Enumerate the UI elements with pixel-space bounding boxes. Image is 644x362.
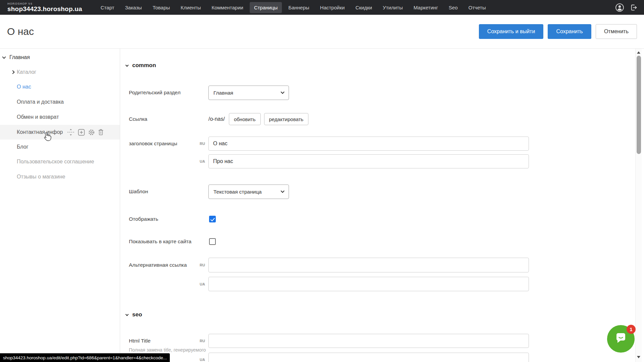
page-title-ru-input[interactable] xyxy=(208,137,529,151)
sidebar-item-kontaktnaya[interactable]: Контактная инфор xyxy=(0,125,120,140)
scrollbar-thumb[interactable] xyxy=(637,56,641,154)
chat-widget-button[interactable]: 1 xyxy=(607,325,635,353)
delete-icon[interactable] xyxy=(98,129,104,136)
html-title-label: Html Title xyxy=(129,334,151,348)
html-title-ua-input[interactable] xyxy=(208,353,529,362)
chevron-down-icon[interactable] xyxy=(2,55,6,59)
sidebar-item-glavnaya[interactable]: Главная xyxy=(0,50,120,65)
section-seo-label: seo xyxy=(132,311,142,318)
html-title-hint: Полная замена title, генерируемого xyxy=(129,347,206,353)
sitemap-label: Показывать в карте сайта xyxy=(129,238,191,245)
alt-link-ru-input[interactable] xyxy=(208,258,529,272)
sidebar-item-label: Отзывы о магазине xyxy=(17,174,65,180)
sidebar-item-label: О нас xyxy=(17,84,31,90)
topbar-icons xyxy=(615,3,638,12)
page-title-label: заголовок страницы xyxy=(129,137,177,151)
sitemap-checkbox[interactable] xyxy=(209,238,216,245)
lang-tag-ua: UA xyxy=(191,154,205,168)
template-select[interactable]: Текстовая страница xyxy=(208,185,289,199)
sidebar-item-label: Пользовательское соглашение xyxy=(17,159,94,165)
nav-item-discounts[interactable]: Скидки xyxy=(351,2,376,13)
chevron-down-icon xyxy=(281,90,284,94)
topbar: HOROSHOP V4 shop34423.horoshop.ua Старт … xyxy=(0,0,644,15)
nav-item-banners[interactable]: Баннеры xyxy=(284,2,313,13)
section-seo[interactable]: seo xyxy=(126,311,142,318)
sidebar-item-label: Оплата и доставка xyxy=(17,99,64,105)
sidebar-item-label: Главная xyxy=(9,54,30,60)
logout-icon[interactable] xyxy=(630,3,638,12)
nav-item-utilities[interactable]: Утилиты xyxy=(379,2,407,13)
scroll-up-arrow-icon[interactable] xyxy=(637,51,640,54)
nav-item-products[interactable]: Товары xyxy=(148,2,175,13)
sidebar-item-o-nas[interactable]: О нас xyxy=(0,80,120,94)
header-buttons: Сохранить и выйти Сохранить Отменить xyxy=(479,24,637,39)
template-value: Текстовая страница xyxy=(213,189,262,195)
move-icon[interactable] xyxy=(67,128,75,136)
template-label: Шаблон xyxy=(129,185,148,199)
nav-item-orders[interactable]: Заказы xyxy=(121,2,146,13)
sidebar-item-oplata[interactable]: Оплата и доставка xyxy=(0,95,120,109)
status-url-tooltip: shop34423.horoshop.ua/edit/edit.php?id=6… xyxy=(0,353,170,362)
lang-tag-ru: RU xyxy=(191,137,205,151)
lang-tag-ru: RU xyxy=(191,334,205,348)
sidebar-item-soglashenie[interactable]: Пользовательское соглашение xyxy=(0,154,120,169)
link-path-value: /o-nas/ xyxy=(208,116,225,122)
nav-item-pages[interactable]: Страницы xyxy=(250,2,282,13)
sidebar-item-label: Контактная инфор xyxy=(17,129,63,135)
page-header: О нас Сохранить и выйти Сохранить Отмени… xyxy=(0,15,644,49)
sidebar-item-katalog[interactable]: Каталог xyxy=(0,65,120,80)
form-area: common Родительский раздел Главная Ссылк… xyxy=(120,49,635,362)
chevron-down-icon xyxy=(126,313,129,316)
top-navigation: Старт Заказы Товары Клиенты Комментарии … xyxy=(96,2,490,13)
cancel-button[interactable]: Отменить xyxy=(596,24,637,39)
settings-icon[interactable] xyxy=(88,129,95,136)
nav-item-start[interactable]: Старт xyxy=(96,2,119,13)
link-controls: /o-nas/ обновить редактировать xyxy=(208,113,308,125)
chevron-right-icon[interactable] xyxy=(11,70,14,74)
nav-item-clients[interactable]: Клиенты xyxy=(176,2,205,13)
sidebar-item-label: Каталог xyxy=(17,69,36,75)
logo[interactable]: HOROSHOP V4 shop34423.horoshop.ua xyxy=(7,2,82,12)
link-label: Ссылка xyxy=(129,113,147,125)
save-button[interactable]: Сохранить xyxy=(548,24,591,39)
account-icon[interactable] xyxy=(615,3,624,12)
lang-tag-ru: RU xyxy=(191,258,205,272)
nav-item-reports[interactable]: Отчеты xyxy=(464,2,490,13)
parent-section-value: Главная xyxy=(213,90,233,96)
scroll-down-arrow-icon[interactable] xyxy=(637,356,640,358)
sidebar-item-label: Обмен и возврат xyxy=(17,114,59,120)
sidebar-item-blog[interactable]: Блог xyxy=(0,140,120,154)
nav-item-comments[interactable]: Комментарии xyxy=(207,2,247,13)
display-checkbox[interactable] xyxy=(209,216,216,222)
parent-section-select[interactable]: Главная xyxy=(208,86,289,100)
tree-row-actions xyxy=(67,128,104,136)
sidebar-tree: Главная Каталог О нас Оплата и доставка … xyxy=(0,49,120,362)
nav-item-settings[interactable]: Настройки xyxy=(316,2,349,13)
alt-link-label: Альтернативная ссылка xyxy=(129,258,187,272)
section-common[interactable]: common xyxy=(126,62,156,69)
sidebar-item-label: Блог xyxy=(17,144,29,150)
alt-link-ua-input[interactable] xyxy=(208,277,529,291)
scrollbar[interactable] xyxy=(635,49,642,362)
chevron-down-icon xyxy=(126,63,129,67)
lang-tag-ua: UA xyxy=(191,353,205,362)
section-common-label: common xyxy=(132,62,156,69)
sidebar-item-otzyvy[interactable]: Отзывы о магазине xyxy=(0,169,120,184)
display-label: Отображать xyxy=(129,216,158,222)
chat-bubble-icon xyxy=(613,330,629,347)
chat-unread-badge: 1 xyxy=(627,325,636,334)
html-title-ru-input[interactable] xyxy=(208,334,529,348)
nav-item-seo[interactable]: Seo xyxy=(444,2,462,13)
nav-item-marketing[interactable]: Маркетинг xyxy=(409,2,442,13)
save-and-exit-button[interactable]: Сохранить и выйти xyxy=(479,24,544,39)
screen: HOROSHOP V4 shop34423.horoshop.ua Старт … xyxy=(0,0,644,362)
logo-domain: shop34423.horoshop.ua xyxy=(7,6,82,12)
page-title: О нас xyxy=(7,26,34,37)
page-title-ua-input[interactable] xyxy=(208,154,529,168)
add-icon[interactable] xyxy=(78,129,85,136)
link-refresh-button[interactable]: обновить xyxy=(229,113,261,125)
sidebar-item-obmen[interactable]: Обмен и возврат xyxy=(0,110,120,124)
chevron-down-icon xyxy=(281,189,284,193)
lang-tag-ua: UA xyxy=(191,277,205,292)
link-edit-button[interactable]: редактировать xyxy=(264,113,309,125)
